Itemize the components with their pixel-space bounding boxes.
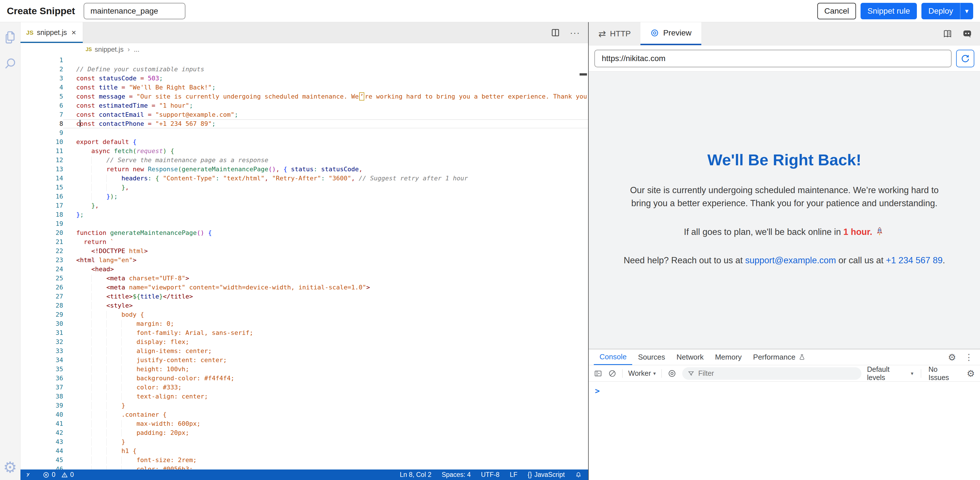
log-levels-selector[interactable]: Default levels ▾	[867, 365, 913, 382]
snippet-name-input[interactable]	[84, 3, 185, 19]
code-line[interactable]: 34justify-content: center;	[21, 356, 588, 365]
code-line[interactable]: 12// Serve the maintenance page as a res…	[21, 156, 588, 165]
devtools-settings-icon[interactable]: ⚙	[948, 353, 956, 362]
code-line[interactable]: 17},	[21, 201, 588, 210]
language-mode[interactable]: {} JavaScript	[528, 471, 565, 478]
code-line[interactable]: 7const contactEmail = "support@example.c…	[21, 110, 588, 119]
code-editor[interactable]: 12// Define your customizable inputs3con…	[21, 55, 588, 469]
code-line[interactable]: 25<meta charset="UTF-8">	[21, 274, 588, 283]
tab-console[interactable]: Console	[594, 349, 632, 365]
support-email-link[interactable]: support@example.com	[745, 255, 836, 265]
search-icon[interactable]	[4, 57, 17, 70]
code-line[interactable]: 18};	[21, 210, 588, 219]
code-line[interactable]: 36background-color: #f4f4f4;	[21, 374, 588, 383]
discord-chat-icon[interactable]	[962, 29, 973, 39]
indentation-setting[interactable]: Spaces: 4	[442, 471, 471, 478]
code-line[interactable]: 28<style>	[21, 301, 588, 310]
breadcrumb[interactable]: JS snippet.js › ...	[21, 43, 588, 55]
console-filter[interactable]	[682, 367, 861, 380]
preview-url-input[interactable]	[594, 50, 951, 67]
code-line[interactable]: 26<meta name="viewport" content="width=d…	[21, 283, 588, 292]
code-line[interactable]: 42padding: 20px;	[21, 428, 588, 437]
code-line[interactable]: 10export default {	[21, 138, 588, 147]
code-line[interactable]: 4const title = "We'll Be Right Back!";	[21, 83, 588, 92]
tab-network[interactable]: Network	[671, 349, 709, 365]
console-prompt[interactable]: >	[595, 386, 600, 396]
code-lines[interactable]: 12// Define your customizable inputs3con…	[21, 55, 588, 469]
code-line[interactable]: 45font-size: 2rem;	[21, 456, 588, 465]
code-line[interactable]: 39}	[21, 401, 588, 410]
code-line[interactable]: 21 return `	[21, 238, 588, 247]
line-number: 9	[21, 128, 63, 138]
code-line[interactable]: 3const statusCode = 503;	[21, 74, 588, 83]
docs-book-icon[interactable]	[942, 29, 953, 39]
breadcrumb-more[interactable]: ...	[134, 46, 139, 53]
code-line[interactable]: 16});	[21, 192, 588, 201]
eol-setting[interactable]: LF	[510, 471, 517, 478]
clear-console-icon[interactable]	[608, 369, 617, 378]
console-sidebar-toggle-icon[interactable]	[594, 369, 602, 378]
deploy-button[interactable]: Deploy	[921, 3, 960, 19]
code-line[interactable]: 35height: 100vh;	[21, 365, 588, 374]
code-line[interactable]: 23<html lang="en">	[21, 256, 588, 265]
code-line[interactable]: 37color: #333;	[21, 383, 588, 392]
refresh-button[interactable]	[956, 50, 974, 67]
tab-memory[interactable]: Memory	[709, 349, 748, 365]
code-line[interactable]: 31font-family: Arial, sans-serif;	[21, 328, 588, 337]
encoding-setting[interactable]: UTF-8	[481, 471, 500, 478]
code-line[interactable]: 15},	[21, 183, 588, 192]
code-line[interactable]: 29body {	[21, 310, 588, 319]
remote-indicator-icon[interactable]	[24, 471, 32, 478]
code-line[interactable]: 13return new Response(generateMaintenanc…	[21, 165, 588, 174]
code-line[interactable]: 14headers: { "Content-Type": "text/html"…	[21, 174, 588, 183]
cancel-button[interactable]: Cancel	[817, 3, 856, 19]
code-line[interactable]: 32display: flex;	[21, 337, 588, 347]
split-editor-icon[interactable]	[550, 28, 560, 38]
code-line[interactable]: 27<title>${title}</title>	[21, 292, 588, 301]
code-line[interactable]: 22<!DOCTYPE html>	[21, 247, 588, 256]
code-line[interactable]: 41max-width: 600px;	[21, 419, 588, 428]
warnings-indicator[interactable]: 0	[61, 471, 74, 478]
tab-preview[interactable]: Preview	[640, 22, 701, 45]
code-line[interactable]: 30margin: 0;	[21, 319, 588, 328]
code-line[interactable]: 5const message = "Our site is currently …	[21, 92, 588, 101]
code-line[interactable]: 43}	[21, 437, 588, 447]
code-line[interactable]: 1	[21, 55, 588, 65]
code-line[interactable]: 24<head>	[21, 265, 588, 274]
code-line[interactable]: 8const contactPhone = "+1 234 567 89";	[21, 119, 588, 128]
close-icon[interactable]: ×	[72, 28, 76, 37]
tab-snippet-js[interactable]: JS snippet.js ×	[21, 22, 83, 43]
code-line[interactable]: 6const estimatedTime = "1 hour";	[21, 101, 588, 110]
tab-http[interactable]: ⇄ HTTP	[589, 22, 640, 45]
code-line[interactable]: 20function generateMaintenancePage() {	[21, 228, 588, 238]
code-line[interactable]: 9	[21, 128, 588, 138]
console-output[interactable]: >	[589, 382, 980, 480]
filter-input[interactable]	[698, 369, 856, 377]
errors-indicator[interactable]: 0	[43, 471, 56, 478]
code-line[interactable]: 33align-items: center;	[21, 347, 588, 356]
cursor-position[interactable]: Ln 8, Col 2	[400, 471, 431, 478]
code-line[interactable]: 40.container {	[21, 410, 588, 419]
snippet-rule-button[interactable]: Snippet rule	[861, 3, 917, 19]
code-line[interactable]: 46color: #0056b3;	[21, 465, 588, 469]
code-line[interactable]: 44h1 {	[21, 447, 588, 456]
issues-counter[interactable]: No Issues	[929, 365, 959, 382]
code-line[interactable]: 2// Define your customizable inputs	[21, 65, 588, 74]
files-icon[interactable]	[4, 30, 17, 45]
code-line[interactable]: 19	[21, 219, 588, 228]
breadcrumb-file[interactable]: snippet.js	[95, 46, 123, 53]
more-actions-icon[interactable]: ···	[570, 28, 580, 38]
tab-performance[interactable]: Performance	[748, 349, 811, 365]
bell-icon[interactable]	[575, 472, 582, 478]
code-line[interactable]: 11async fetch(request) {	[21, 147, 588, 156]
line-number: 2	[21, 65, 63, 74]
console-settings-icon[interactable]: ⚙	[967, 369, 975, 378]
kebab-menu-icon[interactable]: ⋮	[965, 352, 973, 362]
tab-sources[interactable]: Sources	[632, 349, 671, 365]
settings-gear-icon[interactable]: ⚙	[3, 459, 17, 475]
deploy-dropdown-button[interactable]: ▾	[960, 3, 973, 19]
context-selector[interactable]: Worker ▾	[628, 369, 656, 377]
support-phone-link[interactable]: +1 234 567 89	[886, 255, 942, 265]
code-line[interactable]: 38text-align: center;	[21, 392, 588, 401]
live-expression-eye-icon[interactable]	[667, 369, 676, 378]
